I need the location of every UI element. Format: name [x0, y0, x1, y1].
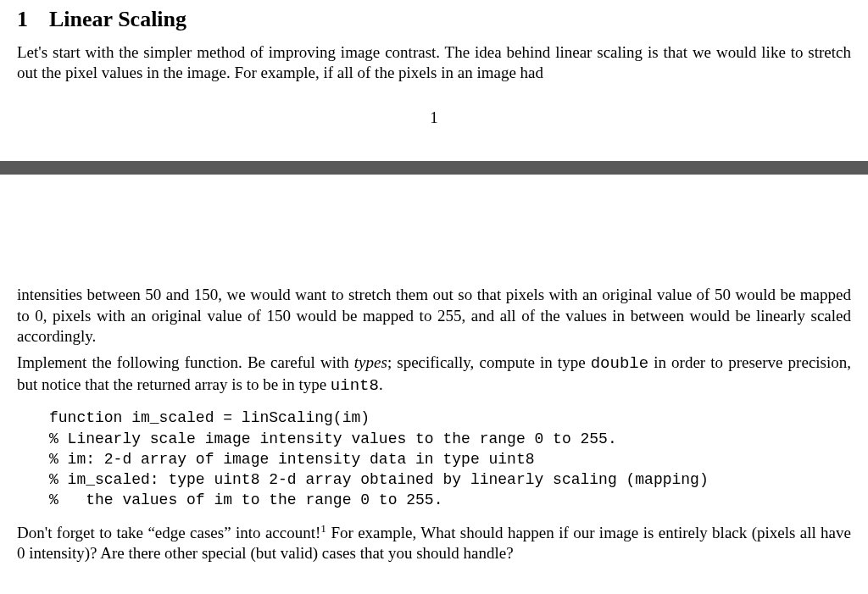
section-number: 1: [17, 5, 49, 34]
paragraph-2: intensities between 50 and 150, we would…: [17, 285, 851, 347]
para3-part-b: ; specifically, compute in type: [387, 353, 591, 371]
section-title: Linear Scaling: [49, 7, 186, 31]
page-lower: intensities between 50 and 150, we would…: [0, 285, 868, 590]
code-line-4: % im_scaled: type uint8 2-d array obtain…: [49, 471, 709, 488]
para3-double: double: [591, 354, 648, 373]
code-line-3: % im: 2-d array of image intensity data …: [49, 451, 535, 468]
blank-spacer: [0, 175, 868, 285]
para3-part-d: .: [379, 375, 383, 393]
code-line-5: % the values of im to the range 0 to 255…: [49, 491, 442, 508]
code-line-1: function im_scaled = linScaling(im): [49, 409, 370, 426]
para4-part-a: Don't forget to take “edge cases” into a…: [17, 524, 320, 541]
page-upper: 1Linear Scaling Let's start with the sim…: [0, 0, 868, 161]
paragraph-1: Let's start with the simpler method of i…: [17, 42, 851, 84]
code-line-2: % Linearly scale image intensity values …: [49, 430, 617, 447]
page-number: 1: [17, 108, 851, 129]
section-heading: 1Linear Scaling: [17, 5, 851, 34]
paragraph-4: Don't forget to take “edge cases” into a…: [17, 523, 851, 564]
para3-part-a: Implement the following function. Be car…: [17, 353, 354, 371]
footnote-marker: 1: [320, 521, 326, 534]
page-divider: [0, 161, 868, 175]
para3-types: types: [354, 353, 387, 371]
paragraph-3: Implement the following function. Be car…: [17, 353, 851, 396]
code-block: function im_scaled = linScaling(im) % Li…: [49, 408, 851, 510]
para3-uint8: uint8: [331, 376, 379, 395]
